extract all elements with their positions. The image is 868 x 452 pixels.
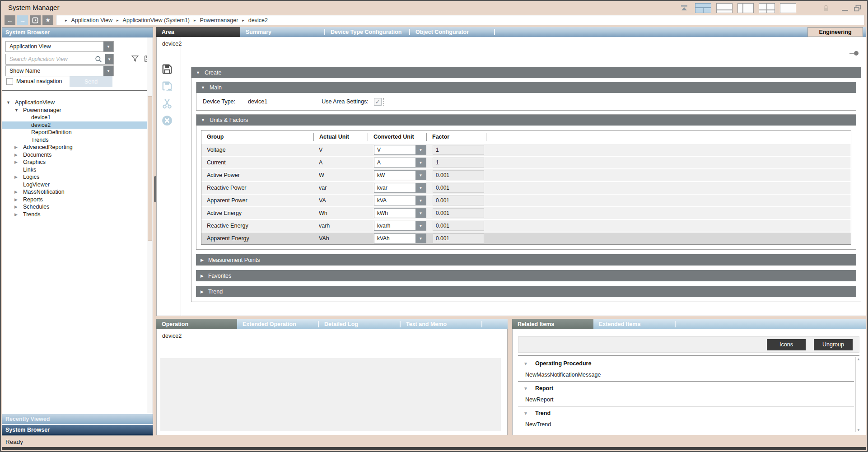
chevron-down-icon[interactable]: ▼ <box>415 145 426 154</box>
collapsed-arrow-icon[interactable]: ▶ <box>14 205 18 209</box>
tab-related-items[interactable]: Related Items <box>512 319 593 329</box>
search-options-dropdown[interactable]: ▼ <box>105 54 113 64</box>
factor-input-active-energy[interactable]: 0.001 <box>433 208 484 218</box>
chevron-down-icon[interactable]: ▼ <box>415 234 426 243</box>
factor-input-current[interactable]: 1 <box>433 158 484 168</box>
layout-button-3[interactable] <box>737 3 754 13</box>
tab-device-type-configuration[interactable]: Device Type Configuration <box>325 27 409 37</box>
chevron-down-icon[interactable]: ▼ <box>415 183 426 192</box>
tree-item-schedules[interactable]: ▶Schedules <box>2 203 147 211</box>
tab-text-and-memo[interactable]: Text and Memo <box>401 319 481 329</box>
expanded-arrow-icon[interactable]: ▼ <box>14 108 19 112</box>
factor-input-reactive-energy[interactable]: 0.001 <box>433 221 484 231</box>
tab-area[interactable]: Area <box>156 27 240 37</box>
tree-item-powermanager[interactable]: ▼Powermanager <box>2 107 147 114</box>
tree-item-reportdefinition[interactable]: ReportDefinition <box>2 129 147 136</box>
engineering-mode-button[interactable]: Engineering <box>808 28 863 37</box>
related-group-report[interactable]: ▼Report <box>518 383 854 395</box>
collapsed-arrow-icon[interactable]: ▶ <box>14 160 18 164</box>
tab-object-configurator[interactable]: Object Configurator <box>410 27 494 37</box>
related-item-newtrend[interactable]: NewTrend <box>518 419 854 430</box>
converted-unit-select-active-energy[interactable]: kWh▼ <box>374 208 426 218</box>
tree-item-graphics[interactable]: ▶Graphics <box>2 158 147 166</box>
search-input[interactable] <box>9 55 84 63</box>
tree-item-device1[interactable]: device1 <box>2 114 147 121</box>
tree-item-logviewer[interactable]: LogViewer <box>2 181 147 189</box>
icons-button[interactable]: Icons <box>767 339 806 350</box>
related-group-trend[interactable]: ▼Trend <box>518 408 854 419</box>
forward-button[interactable]: → <box>17 15 28 25</box>
converted-unit-select-reactive-power[interactable]: kvar▼ <box>374 183 426 193</box>
tree-item-links[interactable]: Links <box>2 166 147 174</box>
display-mode-select[interactable]: Show Name ▼ <box>5 65 114 76</box>
tree-item-trends[interactable]: ▶Trends <box>2 211 147 219</box>
view-select[interactable]: Application View ▼ <box>5 41 114 52</box>
tree-item-trends[interactable]: Trends <box>2 136 147 144</box>
breadcrumb-item-application-view[interactable]: Application View <box>71 17 113 23</box>
send-button[interactable]: Send <box>70 76 112 87</box>
section-trend[interactable]: ▶Trend <box>196 286 856 297</box>
factor-input-apparent-energy[interactable]: 0.001 <box>433 233 484 243</box>
expanded-arrow-icon[interactable]: ▼ <box>6 100 10 105</box>
minimize-button[interactable] <box>842 10 848 11</box>
breadcrumb-item-powermanager[interactable]: Powermanager <box>200 17 238 23</box>
layout-button-1[interactable] <box>695 3 711 13</box>
tab-summary[interactable]: Summary <box>240 27 324 37</box>
system-browser-bar[interactable]: System Browser <box>2 425 153 435</box>
tree-item-massnotification[interactable]: ▶MassNotification <box>2 188 147 196</box>
use-area-settings-checkbox[interactable]: ✓ <box>374 98 382 106</box>
factor-input-reactive-power[interactable]: 0.001 <box>433 183 484 193</box>
tab-detailed-log[interactable]: Detailed Log <box>319 319 400 329</box>
chevron-down-icon[interactable]: ▼ <box>415 209 426 218</box>
back-button[interactable]: ← <box>5 15 15 25</box>
converted-unit-select-apparent-power[interactable]: kVA▼ <box>374 196 426 205</box>
tree-item-device2[interactable]: device2 <box>2 121 147 129</box>
related-item-newmassnotificationmessage[interactable]: NewMassNotificationMessage <box>518 370 854 381</box>
tree-item-applicationview[interactable]: ▼ApplicationView <box>2 99 147 107</box>
history-button[interactable] <box>30 15 41 25</box>
layout-button-2[interactable] <box>716 3 733 13</box>
manual-navigation-checkbox[interactable] <box>6 78 13 85</box>
tab-extended-items[interactable]: Extended Items <box>593 319 675 329</box>
tree-scrollbar[interactable] <box>147 37 153 413</box>
collapsed-arrow-icon[interactable]: ▶ <box>14 145 18 149</box>
chevron-down-icon[interactable]: ▼ <box>415 158 426 167</box>
search-icon[interactable] <box>95 56 103 65</box>
filter-icon[interactable] <box>131 55 139 63</box>
tree-item-documents[interactable]: ▶Documents <box>2 151 147 159</box>
layout-button-5[interactable] <box>780 3 796 13</box>
collapsed-arrow-icon[interactable]: ▶ <box>14 197 18 202</box>
scroll-up-icon[interactable]: ▲ <box>857 357 860 361</box>
chevron-down-icon[interactable]: ▼ <box>103 66 113 76</box>
converted-unit-select-current[interactable]: A▼ <box>374 158 426 168</box>
collapsed-arrow-icon[interactable]: ▶ <box>14 190 18 194</box>
save-icon[interactable] <box>161 63 173 75</box>
tree-item-advancedreporting[interactable]: ▶AdvancedReporting <box>2 144 147 151</box>
section-measurement-points[interactable]: ▶Measurement Points <box>196 254 856 266</box>
ungroup-button[interactable]: Ungroup <box>814 339 853 350</box>
converted-unit-select-voltage[interactable]: V▼ <box>374 145 426 155</box>
tree-item-logics[interactable]: ▶Logics <box>2 173 147 181</box>
scroll-down-icon[interactable]: ▼ <box>857 428 860 432</box>
tab-extended-operation[interactable]: Extended Operation <box>237 319 318 329</box>
related-item-newreport[interactable]: NewReport <box>518 395 854 405</box>
collapsed-arrow-icon[interactable]: ▶ <box>14 212 18 217</box>
search-box[interactable]: ▼ <box>5 54 114 65</box>
tree-scrollbar-thumb[interactable] <box>148 96 152 241</box>
breadcrumb-item-device2[interactable]: device2 <box>248 17 268 23</box>
restore-button[interactable] <box>854 5 862 12</box>
section-favorites[interactable]: ▶Favorites <box>196 270 856 281</box>
create-section-header[interactable]: ▼ Create <box>191 67 861 78</box>
converted-unit-select-reactive-energy[interactable]: kvarh▼ <box>374 221 426 231</box>
collapse-panel-icon[interactable] <box>680 4 689 13</box>
breadcrumb-item-applicationview-system1[interactable]: ApplicationView (System1) <box>123 17 190 23</box>
favorites-button[interactable]: ★ <box>42 15 53 25</box>
chevron-down-icon[interactable]: ▼ <box>415 196 426 205</box>
chevron-down-icon[interactable]: ▼ <box>415 171 426 180</box>
recently-viewed-bar[interactable]: Recently Viewed <box>2 414 153 424</box>
collapsed-arrow-icon[interactable]: ▶ <box>14 175 18 179</box>
related-group-operating-procedure[interactable]: ▼Operating Procedure <box>518 358 854 370</box>
factor-input-voltage[interactable]: 1 <box>433 145 484 155</box>
layout-button-4[interactable] <box>759 3 775 13</box>
factor-input-apparent-power[interactable]: 0.001 <box>433 196 484 205</box>
